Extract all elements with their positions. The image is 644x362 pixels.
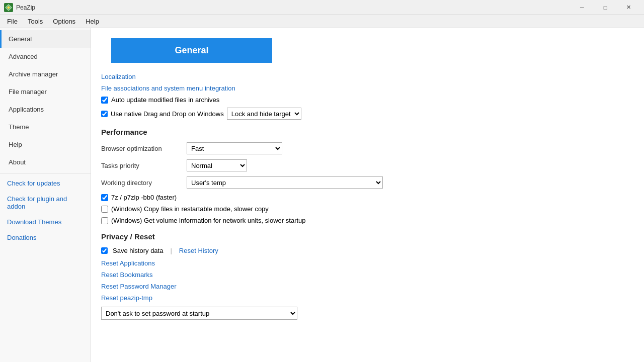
tasks-priority-row: Tasks priority Low Normal High Realtime — [101, 159, 634, 171]
auto-update-checkbox[interactable] — [101, 97, 108, 104]
sidebar-link-check-plugin[interactable]: Check for plugin and addon — [0, 191, 91, 214]
save-history-checkbox[interactable] — [101, 247, 108, 254]
performance-title: Performance — [101, 128, 634, 136]
menu-file[interactable]: File — [2, 16, 23, 27]
sidebar-link-donations[interactable]: Donations — [0, 230, 91, 245]
titlebar-left: PeaZip — [4, 3, 35, 12]
close-button[interactable]: ✕ — [617, 0, 640, 15]
app-title: PeaZip — [16, 4, 35, 11]
tasks-priority-label: Tasks priority — [101, 162, 182, 169]
auto-update-label: Auto update modified files in archives — [111, 96, 219, 104]
volume-info-checkbox[interactable] — [101, 217, 108, 224]
7z-checkbox[interactable] — [101, 194, 108, 201]
file-associations-link[interactable]: File associations and system menu integr… — [101, 84, 634, 92]
auto-update-row: Auto update modified files in archives — [101, 96, 634, 104]
native-drag-row: Use native Drag and Drop on Windows Lock… — [101, 108, 634, 120]
native-drag-checkbox[interactable] — [101, 111, 108, 117]
main-layout: General Advanced Archive manager File ma… — [0, 28, 644, 362]
volume-info-label: (Windows) Get volume information for net… — [111, 217, 306, 224]
reset-applications-link[interactable]: Reset Applications — [101, 259, 634, 267]
titlebar-controls: ─ □ ✕ — [571, 0, 640, 15]
working-directory-label: Working directory — [101, 179, 182, 187]
native-drag-label: Use native Drag and Drop on Windows — [111, 110, 224, 118]
menu-help[interactable]: Help — [80, 16, 104, 27]
sidebar: General Advanced Archive manager File ma… — [0, 28, 91, 362]
sidebar-link-download-themes[interactable]: Download Themes — [0, 214, 91, 230]
drag-drop-select[interactable]: Lock and hide target None Copy Move — [227, 108, 301, 120]
separator: | — [170, 247, 172, 254]
titlebar: PeaZip ─ □ ✕ — [0, 0, 644, 15]
startup-password-row: Don't ask to set password at startup Ask… — [101, 307, 634, 320]
browser-optimization-label: Browser optimization — [101, 145, 182, 152]
sidebar-item-about[interactable]: About — [0, 153, 91, 171]
sidebar-item-help[interactable]: Help — [0, 136, 91, 153]
reset-history-link[interactable]: Reset History — [179, 247, 218, 254]
sidebar-link-check-updates[interactable]: Check for updates — [0, 175, 91, 191]
copy-restartable-label: (Windows) Copy files in restartable mode… — [111, 205, 269, 213]
reset-peazip-tmp-link[interactable]: Reset peazip-tmp — [101, 294, 634, 302]
tasks-priority-select[interactable]: Low Normal High Realtime — [187, 159, 247, 171]
save-history-row: Save history data | Reset History — [101, 247, 634, 254]
volume-info-row: (Windows) Get volume information for net… — [101, 217, 634, 224]
sidebar-item-applications[interactable]: Applications — [0, 101, 91, 118]
content-inner: General Localization File associations a… — [91, 38, 644, 320]
browser-optimization-select[interactable]: Fast Normal Slow — [187, 142, 282, 154]
working-directory-select[interactable]: User's temp App's temp Custom — [187, 176, 383, 189]
content-area: General Localization File associations a… — [91, 28, 644, 362]
7z-label: 7z / p7zip -bb0 (faster) — [111, 194, 177, 201]
working-directory-row: Working directory User's temp App's temp… — [101, 176, 634, 189]
sidebar-item-general[interactable]: General — [0, 30, 91, 48]
peazip-icon — [4, 3, 13, 12]
sidebar-item-advanced[interactable]: Advanced — [0, 48, 91, 65]
copy-restartable-row: (Windows) Copy files in restartable mode… — [101, 205, 634, 213]
menu-tools[interactable]: Tools — [23, 16, 48, 27]
menubar: File Tools Options Help — [0, 15, 644, 28]
localization-link[interactable]: Localization — [101, 73, 634, 80]
copy-restartable-checkbox[interactable] — [101, 206, 108, 213]
menu-options[interactable]: Options — [48, 16, 80, 27]
startup-password-select[interactable]: Don't ask to set password at startup Ask… — [101, 307, 297, 320]
sidebar-item-file-manager[interactable]: File manager — [0, 83, 91, 101]
save-history-label: Save history data — [113, 247, 163, 254]
minimize-button[interactable]: ─ — [571, 0, 594, 15]
reset-password-link[interactable]: Reset Password Manager — [101, 283, 634, 290]
sidebar-divider — [0, 173, 91, 173]
section-header: General — [111, 38, 272, 63]
reset-bookmarks-link[interactable]: Reset Bookmarks — [101, 271, 634, 279]
sidebar-item-archive-manager[interactable]: Archive manager — [0, 65, 91, 83]
maximize-button[interactable]: □ — [594, 0, 617, 15]
browser-optimization-row: Browser optimization Fast Normal Slow — [101, 142, 634, 154]
7z-row: 7z / p7zip -bb0 (faster) — [101, 194, 634, 201]
privacy-title: Privacy / Reset — [101, 232, 634, 241]
sidebar-item-theme[interactable]: Theme — [0, 118, 91, 136]
